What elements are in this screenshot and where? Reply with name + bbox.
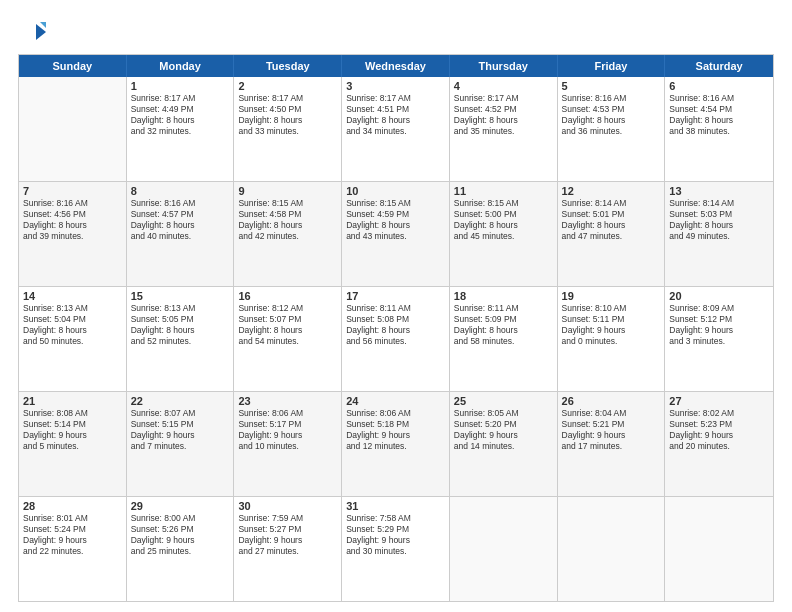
calendar-row-3: 14Sunrise: 8:13 AMSunset: 5:04 PMDayligh… <box>19 287 773 392</box>
day-cell-17: 17Sunrise: 8:11 AMSunset: 5:08 PMDayligh… <box>342 287 450 391</box>
day-cell-28: 28Sunrise: 8:01 AMSunset: 5:24 PMDayligh… <box>19 497 127 601</box>
day-cell-3: 3Sunrise: 8:17 AMSunset: 4:51 PMDaylight… <box>342 77 450 181</box>
day-number: 31 <box>346 500 445 512</box>
day-cell-20: 20Sunrise: 8:09 AMSunset: 5:12 PMDayligh… <box>665 287 773 391</box>
day-cell-21: 21Sunrise: 8:08 AMSunset: 5:14 PMDayligh… <box>19 392 127 496</box>
day-number: 22 <box>131 395 230 407</box>
day-cell-1: 1Sunrise: 8:17 AMSunset: 4:49 PMDaylight… <box>127 77 235 181</box>
day-details: Sunrise: 8:16 AMSunset: 4:54 PMDaylight:… <box>669 93 769 137</box>
day-cell-4: 4Sunrise: 8:17 AMSunset: 4:52 PMDaylight… <box>450 77 558 181</box>
day-details: Sunrise: 8:02 AMSunset: 5:23 PMDaylight:… <box>669 408 769 452</box>
day-details: Sunrise: 7:58 AMSunset: 5:29 PMDaylight:… <box>346 513 445 557</box>
day-details: Sunrise: 8:05 AMSunset: 5:20 PMDaylight:… <box>454 408 553 452</box>
empty-cell <box>19 77 127 181</box>
day-number: 5 <box>562 80 661 92</box>
day-details: Sunrise: 8:17 AMSunset: 4:51 PMDaylight:… <box>346 93 445 137</box>
day-details: Sunrise: 8:17 AMSunset: 4:52 PMDaylight:… <box>454 93 553 137</box>
day-cell-26: 26Sunrise: 8:04 AMSunset: 5:21 PMDayligh… <box>558 392 666 496</box>
day-number: 10 <box>346 185 445 197</box>
day-cell-5: 5Sunrise: 8:16 AMSunset: 4:53 PMDaylight… <box>558 77 666 181</box>
day-cell-31: 31Sunrise: 7:58 AMSunset: 5:29 PMDayligh… <box>342 497 450 601</box>
day-cell-9: 9Sunrise: 8:15 AMSunset: 4:58 PMDaylight… <box>234 182 342 286</box>
day-number: 3 <box>346 80 445 92</box>
header-day-sunday: Sunday <box>19 55 127 77</box>
empty-cell <box>665 497 773 601</box>
day-cell-22: 22Sunrise: 8:07 AMSunset: 5:15 PMDayligh… <box>127 392 235 496</box>
day-number: 26 <box>562 395 661 407</box>
day-details: Sunrise: 8:14 AMSunset: 5:01 PMDaylight:… <box>562 198 661 242</box>
header-day-monday: Monday <box>127 55 235 77</box>
calendar-row-1: 1Sunrise: 8:17 AMSunset: 4:49 PMDaylight… <box>19 77 773 182</box>
day-details: Sunrise: 7:59 AMSunset: 5:27 PMDaylight:… <box>238 513 337 557</box>
calendar-row-5: 28Sunrise: 8:01 AMSunset: 5:24 PMDayligh… <box>19 497 773 601</box>
day-cell-10: 10Sunrise: 8:15 AMSunset: 4:59 PMDayligh… <box>342 182 450 286</box>
day-cell-19: 19Sunrise: 8:10 AMSunset: 5:11 PMDayligh… <box>558 287 666 391</box>
day-cell-13: 13Sunrise: 8:14 AMSunset: 5:03 PMDayligh… <box>665 182 773 286</box>
day-details: Sunrise: 8:06 AMSunset: 5:18 PMDaylight:… <box>346 408 445 452</box>
day-number: 13 <box>669 185 769 197</box>
day-details: Sunrise: 8:09 AMSunset: 5:12 PMDaylight:… <box>669 303 769 347</box>
day-details: Sunrise: 8:04 AMSunset: 5:21 PMDaylight:… <box>562 408 661 452</box>
day-cell-12: 12Sunrise: 8:14 AMSunset: 5:01 PMDayligh… <box>558 182 666 286</box>
day-details: Sunrise: 8:11 AMSunset: 5:08 PMDaylight:… <box>346 303 445 347</box>
empty-cell <box>450 497 558 601</box>
logo-icon <box>18 18 46 46</box>
day-cell-8: 8Sunrise: 8:16 AMSunset: 4:57 PMDaylight… <box>127 182 235 286</box>
day-cell-6: 6Sunrise: 8:16 AMSunset: 4:54 PMDaylight… <box>665 77 773 181</box>
day-cell-27: 27Sunrise: 8:02 AMSunset: 5:23 PMDayligh… <box>665 392 773 496</box>
calendar-header: SundayMondayTuesdayWednesdayThursdayFrid… <box>19 55 773 77</box>
calendar-row-2: 7Sunrise: 8:16 AMSunset: 4:56 PMDaylight… <box>19 182 773 287</box>
day-details: Sunrise: 8:01 AMSunset: 5:24 PMDaylight:… <box>23 513 122 557</box>
day-number: 29 <box>131 500 230 512</box>
day-number: 8 <box>131 185 230 197</box>
header-day-wednesday: Wednesday <box>342 55 450 77</box>
day-number: 19 <box>562 290 661 302</box>
day-cell-30: 30Sunrise: 7:59 AMSunset: 5:27 PMDayligh… <box>234 497 342 601</box>
day-cell-14: 14Sunrise: 8:13 AMSunset: 5:04 PMDayligh… <box>19 287 127 391</box>
day-cell-16: 16Sunrise: 8:12 AMSunset: 5:07 PMDayligh… <box>234 287 342 391</box>
day-cell-11: 11Sunrise: 8:15 AMSunset: 5:00 PMDayligh… <box>450 182 558 286</box>
day-number: 25 <box>454 395 553 407</box>
day-cell-7: 7Sunrise: 8:16 AMSunset: 4:56 PMDaylight… <box>19 182 127 286</box>
day-cell-25: 25Sunrise: 8:05 AMSunset: 5:20 PMDayligh… <box>450 392 558 496</box>
day-number: 28 <box>23 500 122 512</box>
day-details: Sunrise: 8:11 AMSunset: 5:09 PMDaylight:… <box>454 303 553 347</box>
day-details: Sunrise: 8:12 AMSunset: 5:07 PMDaylight:… <box>238 303 337 347</box>
day-number: 1 <box>131 80 230 92</box>
day-cell-18: 18Sunrise: 8:11 AMSunset: 5:09 PMDayligh… <box>450 287 558 391</box>
day-number: 16 <box>238 290 337 302</box>
day-number: 7 <box>23 185 122 197</box>
day-details: Sunrise: 8:14 AMSunset: 5:03 PMDaylight:… <box>669 198 769 242</box>
day-cell-23: 23Sunrise: 8:06 AMSunset: 5:17 PMDayligh… <box>234 392 342 496</box>
header-day-tuesday: Tuesday <box>234 55 342 77</box>
day-cell-29: 29Sunrise: 8:00 AMSunset: 5:26 PMDayligh… <box>127 497 235 601</box>
day-number: 20 <box>669 290 769 302</box>
day-number: 2 <box>238 80 337 92</box>
day-number: 24 <box>346 395 445 407</box>
day-details: Sunrise: 8:07 AMSunset: 5:15 PMDaylight:… <box>131 408 230 452</box>
day-details: Sunrise: 8:15 AMSunset: 4:58 PMDaylight:… <box>238 198 337 242</box>
day-number: 6 <box>669 80 769 92</box>
day-details: Sunrise: 8:17 AMSunset: 4:50 PMDaylight:… <box>238 93 337 137</box>
header-day-saturday: Saturday <box>665 55 773 77</box>
header-day-friday: Friday <box>558 55 666 77</box>
day-details: Sunrise: 8:13 AMSunset: 5:04 PMDaylight:… <box>23 303 122 347</box>
day-details: Sunrise: 8:13 AMSunset: 5:05 PMDaylight:… <box>131 303 230 347</box>
day-details: Sunrise: 8:16 AMSunset: 4:56 PMDaylight:… <box>23 198 122 242</box>
day-details: Sunrise: 8:16 AMSunset: 4:57 PMDaylight:… <box>131 198 230 242</box>
day-number: 21 <box>23 395 122 407</box>
day-details: Sunrise: 8:00 AMSunset: 5:26 PMDaylight:… <box>131 513 230 557</box>
day-details: Sunrise: 8:10 AMSunset: 5:11 PMDaylight:… <box>562 303 661 347</box>
day-number: 15 <box>131 290 230 302</box>
day-details: Sunrise: 8:15 AMSunset: 4:59 PMDaylight:… <box>346 198 445 242</box>
day-number: 27 <box>669 395 769 407</box>
header-day-thursday: Thursday <box>450 55 558 77</box>
day-number: 18 <box>454 290 553 302</box>
day-number: 14 <box>23 290 122 302</box>
day-number: 17 <box>346 290 445 302</box>
day-details: Sunrise: 8:08 AMSunset: 5:14 PMDaylight:… <box>23 408 122 452</box>
day-cell-24: 24Sunrise: 8:06 AMSunset: 5:18 PMDayligh… <box>342 392 450 496</box>
day-number: 11 <box>454 185 553 197</box>
day-number: 23 <box>238 395 337 407</box>
calendar-body: 1Sunrise: 8:17 AMSunset: 4:49 PMDaylight… <box>19 77 773 601</box>
